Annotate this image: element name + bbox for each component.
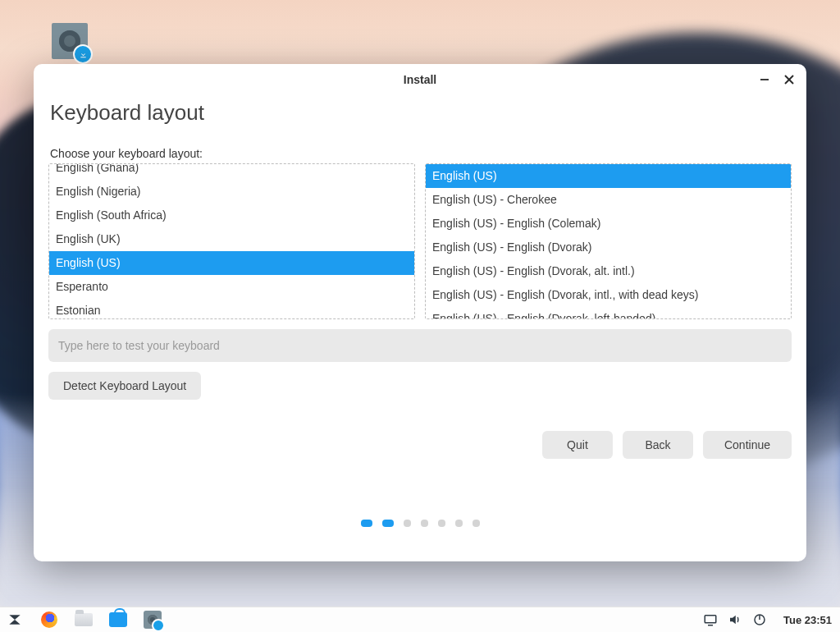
window-title: Install <box>404 73 436 86</box>
variant-list-item[interactable]: English (US) - English (Dvorak, alt. int… <box>426 259 791 283</box>
progress-dot <box>404 520 411 527</box>
svg-marker-2 <box>9 615 20 620</box>
progress-dot <box>361 520 372 527</box>
progress-dot <box>421 520 428 527</box>
variant-list-item[interactable]: English (US) <box>426 164 791 188</box>
power-indicator-icon[interactable] <box>752 612 767 627</box>
firefox-icon <box>41 611 57 628</box>
progress-dot <box>382 520 394 527</box>
layout-list-item[interactable]: Esperanto <box>49 275 414 299</box>
desktop-installer-launcher[interactable] <box>52 23 88 59</box>
svg-marker-3 <box>9 620 20 625</box>
install-window: Install Keyboard layout Choose your keyb… <box>34 64 806 561</box>
choose-layout-label: Choose your keyboard layout: <box>50 147 792 160</box>
variant-list-item[interactable]: English (US) - English (Dvorak, intl., w… <box>426 283 791 307</box>
quit-button[interactable]: Quit <box>542 431 613 459</box>
back-button[interactable]: Back <box>623 431 693 459</box>
install-content: Keyboard layout Choose your keyboard lay… <box>34 95 806 561</box>
clock-day: Tue <box>783 614 801 626</box>
progress-indicator <box>34 520 806 527</box>
keyboard-test-input[interactable] <box>48 329 792 362</box>
layout-list-item[interactable]: English (Nigeria) <box>49 180 414 204</box>
variant-layout-list[interactable]: English (US)English (US) - CherokeeEngli… <box>425 163 792 319</box>
display-indicator-icon[interactable] <box>703 612 718 627</box>
layout-list-item[interactable]: English (US) <box>49 251 414 275</box>
taskbar[interactable]: Tue 23:51 <box>0 607 840 632</box>
sound-indicator-icon[interactable] <box>728 612 742 627</box>
variant-list-item[interactable]: English (US) - English (Dvorak) <box>426 236 791 259</box>
svg-rect-4 <box>705 616 716 623</box>
page-title: Keyboard layout <box>50 100 792 126</box>
start-menu-button[interactable] <box>3 608 26 631</box>
folder-icon <box>75 613 93 626</box>
files-launcher[interactable] <box>72 608 95 631</box>
layout-list-item[interactable]: English (South Africa) <box>49 204 414 227</box>
layout-list-item[interactable]: Estonian <box>49 299 414 319</box>
layout-list-item[interactable]: English (UK) <box>49 227 414 251</box>
continue-button[interactable]: Continue <box>703 431 792 459</box>
firefox-launcher[interactable] <box>38 608 61 631</box>
installer-task[interactable] <box>141 608 164 631</box>
software-store-launcher[interactable] <box>107 608 130 631</box>
download-badge-icon <box>73 44 93 64</box>
clock[interactable]: Tue 23:51 <box>783 614 832 626</box>
progress-dot <box>455 520 463 527</box>
variant-list-item[interactable]: English (US) - English (Colemak) <box>426 212 791 236</box>
window-minimize-button[interactable] <box>754 69 775 90</box>
variant-list-item[interactable]: English (US) - English (Dvorak, left-han… <box>426 307 791 319</box>
desktop-wallpaper: Install Keyboard layout Choose your keyb… <box>0 0 840 607</box>
progress-dot <box>472 520 480 527</box>
shopping-bag-icon <box>109 612 127 627</box>
variant-list-item[interactable]: English (US) - Cherokee <box>426 188 791 212</box>
window-close-button[interactable] <box>778 69 800 90</box>
installer-icon <box>144 611 162 629</box>
layout-list-item[interactable]: English (Ghana) <box>49 163 414 180</box>
detect-keyboard-layout-button[interactable]: Detect Keyboard Layout <box>48 372 201 400</box>
progress-dot <box>438 520 445 527</box>
language-layout-list[interactable]: English (Ghana)English (Nigeria)English … <box>48 163 415 319</box>
clock-time: 23:51 <box>805 614 832 626</box>
window-titlebar[interactable]: Install <box>34 64 806 95</box>
